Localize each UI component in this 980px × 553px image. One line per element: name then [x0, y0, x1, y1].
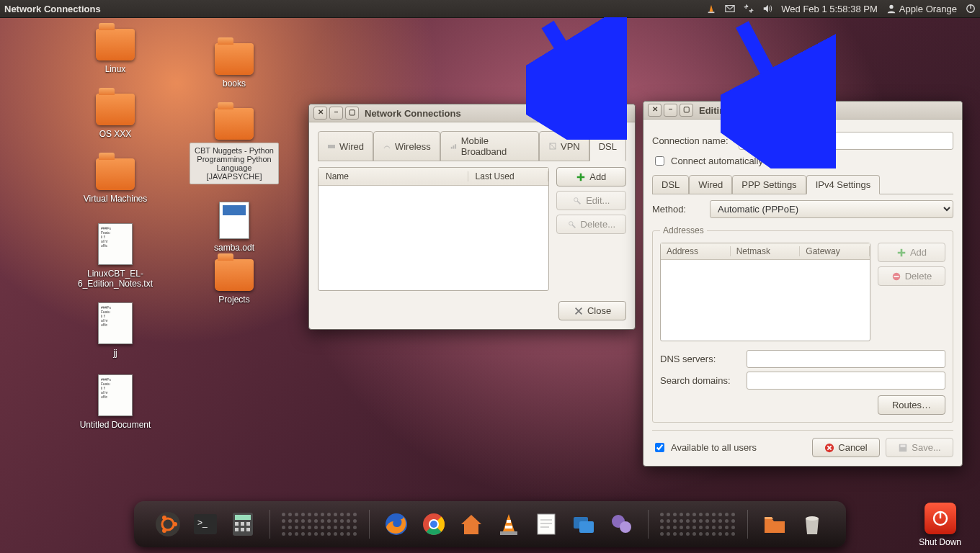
dock-pidgin-icon[interactable] [606, 509, 636, 539]
desktop-icon[interactable]: ###FsFeatuli !!al hrofficLinuxCBT_EL-6_E… [68, 223, 162, 289]
available-all-users-checkbox[interactable]: Available to all users [652, 441, 757, 454]
tab-mobile-broadband[interactable]: Mobile Broadband [440, 131, 539, 161]
connection-list[interactable]: Name Last Used [318, 167, 549, 291]
dock: >_ [134, 501, 846, 547]
cancel-button[interactable]: Cancel [812, 438, 880, 457]
method-select[interactable]: Automatic (PPPoE) [710, 200, 953, 218]
svg-rect-44 [500, 531, 517, 535]
edit-dsl-window: ✕ – ▢ Editing DSL connection 1 Connectio… [643, 101, 963, 467]
desktop-icon[interactable]: Virtual Machines [68, 158, 162, 204]
svg-rect-28 [235, 515, 251, 520]
dock-gedit-icon[interactable] [531, 509, 561, 539]
close-button[interactable]: Close [558, 301, 626, 320]
desktop-icon[interactable]: ###FsFeatuli !!al hrofficUntitled Docume… [68, 374, 162, 431]
tab-wireless[interactable]: Wireless [373, 131, 440, 161]
address-delete-button[interactable]: Delete [878, 266, 945, 286]
dock-trash-icon[interactable] [797, 509, 827, 539]
close-button[interactable]: ✕ [648, 104, 662, 117]
dock-ubuntu-icon[interactable] [153, 509, 183, 539]
address-add-button[interactable]: Add [878, 243, 945, 262]
mail-icon[interactable] [725, 4, 735, 14]
dns-input[interactable] [747, 350, 945, 368]
settings-tabs: DSLWiredPPP SettingsIPv4 Settings [652, 175, 953, 194]
tab-ppp-settings[interactable]: PPP Settings [732, 175, 806, 194]
dock-home-icon[interactable] [456, 509, 486, 539]
maximize-button[interactable]: ▢ [345, 107, 359, 120]
dock-chrome-icon[interactable] [419, 509, 449, 539]
connection-name-label: Connection name: [652, 135, 731, 146]
tab-wired[interactable]: Wired [689, 175, 732, 194]
svg-rect-1 [708, 12, 715, 13]
dock-calculator-icon[interactable] [228, 509, 258, 539]
svg-rect-6 [328, 145, 335, 148]
connect-automatically-checkbox[interactable]: Connect automatically [652, 154, 953, 168]
col-gateway[interactable]: Gateway [800, 246, 870, 256]
svg-rect-34 [246, 528, 250, 531]
col-address[interactable]: Address [661, 246, 731, 256]
close-button[interactable]: ✕ [313, 107, 327, 120]
window-title: Editing DSL connection 1 [699, 105, 812, 116]
maximize-button[interactable]: ▢ [680, 104, 693, 117]
desktop-icon[interactable]: books [187, 43, 281, 89]
tab-dsl[interactable]: DSL [589, 131, 626, 161]
titlebar[interactable]: ✕ – ▢ Editing DSL connection 1 [643, 102, 962, 120]
addresses-fieldset: Addresses Address Netmask Gateway Add De… [652, 225, 953, 423]
dock-firefox-icon[interactable] [381, 509, 411, 539]
col-name[interactable]: Name [318, 171, 468, 181]
dock-vmware-icon[interactable] [569, 509, 599, 539]
svg-point-52 [620, 521, 631, 533]
dock-terminal-icon[interactable]: >_ [190, 509, 220, 539]
minimize-button[interactable]: – [664, 104, 677, 117]
svg-rect-31 [246, 522, 250, 526]
svg-point-3 [889, 5, 893, 9]
svg-point-53 [806, 516, 819, 521]
col-netmask[interactable]: Netmask [731, 246, 801, 256]
svg-point-24 [162, 529, 166, 533]
addresses-table[interactable]: Address Netmask Gateway [660, 243, 870, 341]
edit-button[interactable]: Edit... [556, 191, 626, 210]
panel-title: Network Connections [4, 4, 101, 14]
add-button[interactable]: Add [556, 167, 626, 186]
svg-rect-8 [453, 145, 454, 149]
svg-rect-29 [235, 522, 239, 526]
user-menu[interactable]: Apple Orange [886, 4, 957, 14]
desktop-icon[interactable]: samba.odt [187, 202, 281, 253]
shutdown-icon[interactable] [966, 4, 976, 14]
dock-vlc-icon[interactable] [494, 509, 524, 539]
window-title: Network Connections [365, 108, 461, 119]
desktop-icon[interactable]: ###FsFeatuli !!al hrofficjj [68, 302, 162, 359]
svg-marker-0 [710, 5, 713, 12]
tab-dsl[interactable]: DSL [652, 175, 689, 194]
svg-rect-45 [538, 514, 555, 534]
shutdown-label: Shut Down [919, 537, 961, 547]
search-domains-label: Search domains: [660, 375, 739, 386]
search-domains-input[interactable] [747, 372, 945, 390]
tab-wired[interactable]: Wired [318, 131, 373, 161]
svg-rect-30 [241, 522, 244, 526]
col-last-used[interactable]: Last Used [468, 171, 548, 181]
svg-text:>_: >_ [197, 518, 208, 528]
network-icon[interactable] [744, 4, 754, 14]
routes-button[interactable]: Routes… [878, 395, 945, 415]
titlebar[interactable]: ✕ – ▢ Network Connections [309, 104, 635, 122]
svg-rect-17 [901, 444, 906, 447]
minimize-button[interactable]: – [329, 107, 343, 120]
desktop-icon[interactable]: CBT Nuggets - Python Programming Python … [187, 108, 281, 184]
desktop-icon[interactable]: Projects [187, 259, 281, 305]
svg-rect-14 [894, 276, 899, 277]
desktop-icon[interactable]: Linux [68, 29, 162, 75]
clock[interactable]: Wed Feb 1 5:58:38 PM [781, 4, 877, 14]
addresses-legend: Addresses [660, 225, 707, 235]
tab-ipv4-settings[interactable]: IPv4 Settings [806, 175, 881, 194]
svg-rect-50 [579, 521, 594, 533]
save-button[interactable]: Save... [886, 438, 953, 457]
delete-button[interactable]: Delete... [556, 215, 626, 234]
sound-icon[interactable] [762, 4, 772, 14]
connection-name-input[interactable] [739, 132, 953, 150]
dns-label: DNS servers: [660, 354, 739, 364]
dock-folder-icon[interactable] [760, 509, 790, 539]
desktop-icon[interactable]: OS XXX [68, 94, 162, 140]
tab-vpn[interactable]: VPN [539, 131, 589, 161]
vlc-tray-icon[interactable] [706, 4, 716, 14]
shutdown-launcher[interactable]: Shut Down [919, 503, 961, 547]
